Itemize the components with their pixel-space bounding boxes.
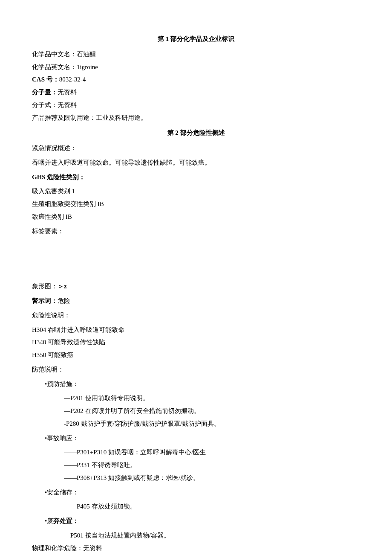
precaution-label: 防范说明： — [32, 364, 360, 376]
cas-line: CAS 号：8032-32-4 — [32, 74, 360, 86]
hazard-item-1: H304 吞咽并进入呼吸道可能致命 — [32, 324, 360, 336]
phys-chem-hazard-label: 物理和化学危险： — [32, 545, 83, 552]
label-elements-header: 标签要素： — [32, 226, 360, 238]
phys-chem-hazard-line: 物理和化学危险：无资料 — [32, 543, 360, 555]
chemical-name-cn-value: 石油醒 — [77, 51, 96, 58]
signal-word-label: 警示词： — [32, 297, 58, 304]
chemical-name-en-label: 化学品英文名： — [32, 64, 77, 70]
cas-label: CAS 号： — [32, 76, 59, 83]
hazard-statement-label: 危险性说明： — [32, 310, 360, 322]
section-1-header: 第 1 部分化学品及企业标识 — [32, 33, 360, 45]
molecular-formula-value: 无资料 — [58, 102, 77, 108]
molecular-weight-label: 分子量： — [32, 89, 58, 96]
signal-word-line: 警示词：危险 — [32, 295, 360, 307]
disposal-header-bold: 弃处置： — [53, 517, 79, 524]
cas-value: 8032-32-4 — [59, 76, 86, 83]
prevention-item-1: —P201 使用前取得专用说明。 — [32, 392, 360, 404]
pictogram-value: ＞z — [58, 283, 67, 290]
disposal-header-prefix: •废 — [45, 517, 53, 524]
disposal-item-1: —P501 按当地法规处置内装物/容器。 — [32, 530, 360, 542]
response-item-2: ——P331 不得诱导呕吐。 — [32, 459, 360, 471]
molecular-weight-value: 无资料 — [58, 89, 77, 96]
ghs-item-2: 生殖细胞致突变性类别 IB — [32, 198, 360, 210]
prevention-header: •预防措施： — [32, 378, 360, 390]
blank-space — [32, 240, 360, 278]
phys-chem-hazard-value: 无资料 — [83, 545, 102, 552]
hazard-item-2: H340 可能导致遗传性缺陷 — [32, 337, 360, 349]
chemical-name-cn-label: 化学品中文名： — [32, 51, 77, 58]
molecular-formula-label: 分子式： — [32, 102, 58, 108]
prevention-item-3: -P280 戴防护手套/穿防护服/戴防护护眼罩/戴防护面具。 — [32, 418, 360, 430]
hazard-item-3: H350 可能致癌 — [32, 349, 360, 361]
storage-header: •安全储存： — [32, 487, 360, 499]
emergency-text: 吞咽并进入呼吸道可能致命。可能导致遗传性缺陷。可能致癌。 — [32, 157, 360, 169]
storage-item-1: ——P405 存放处须加锁。 — [32, 501, 360, 513]
ghs-item-1: 吸入危害类别 1 — [32, 186, 360, 198]
response-header: •事故响应： — [32, 433, 360, 445]
pictogram-line: 象形图：＞z — [32, 281, 360, 293]
chemical-name-en-line: 化学品英文名：1igroine — [32, 61, 360, 73]
response-item-1: ——P301+P310 如误吞咽：立即呼叫解毒中心/医生 — [32, 447, 360, 459]
molecular-weight-line: 分子量：无资料 — [32, 87, 360, 99]
ghs-category-label: GHS 危险性类别： — [32, 171, 360, 183]
response-item-3: ——P308+P313 如接触到或有疑虑：求医/就诊。 — [32, 472, 360, 484]
molecular-formula-line: 分子式：无资料 — [32, 99, 360, 111]
emergency-label: 紧急情况概述： — [32, 142, 360, 154]
uses-line: 产品推荐及限制用途：工业及科研用途。 — [32, 112, 360, 124]
section-2-header: 第 2 部分危险性概述 — [32, 127, 360, 139]
chemical-name-cn-line: 化学品中文名：石油醒 — [32, 49, 360, 61]
ghs-item-3: 致癌性类别 IB — [32, 211, 360, 223]
chemical-name-en-value: 1igroine — [77, 64, 98, 70]
disposal-header: •废弃处置： — [32, 515, 360, 527]
pictogram-label: 象形图： — [32, 283, 58, 290]
prevention-item-2: —P202 在阅读并明了所有安全措施前切勿搬动。 — [32, 405, 360, 417]
uses-label: 产品推荐及限制用途： — [32, 114, 96, 121]
uses-value: 工业及科研用途。 — [96, 114, 147, 121]
signal-word-value: 危险 — [58, 297, 70, 304]
